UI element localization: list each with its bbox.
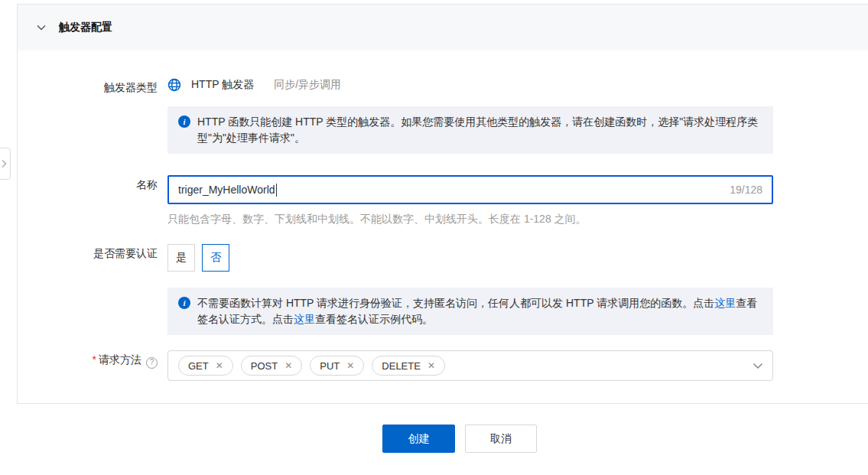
cancel-button[interactable]: 取消 (465, 425, 537, 453)
chevron-down-icon[interactable] (753, 351, 763, 380)
name-row: 名称 triger_MyHelloWorld 19/128 只能包含字母、数字、… (18, 175, 868, 226)
method-tag[interactable]: PUT ✕ (310, 356, 364, 376)
auth-info-part1: 不需要函数计算对 HTTP 请求进行身份验证，支持匿名访问，任何人都可以发 HT… (197, 297, 714, 309)
method-tag-label: DELETE (382, 360, 421, 372)
method-tag-label: GET (188, 360, 209, 372)
trigger-type-row: 触发器类型 HTTP 触发器 同步/异步调用 (18, 78, 868, 95)
method-tag[interactable]: GET ✕ (178, 356, 233, 376)
http-trigger-info-text: HTTP 函数只能创建 HTTP 类型的触发器。如果您需要使用其他类型的触发器，… (197, 114, 761, 146)
info-icon: i (178, 115, 190, 128)
info-icon: i (178, 297, 190, 309)
signature-sample-link[interactable]: 这里 (294, 313, 315, 325)
char-counter: 19/128 (730, 177, 762, 203)
chevron-right-icon (0, 159, 8, 168)
section-title: 触发器配置 (59, 21, 112, 34)
invocation-mode-label: 同步/异步调用 (274, 78, 341, 92)
side-panel-expander[interactable] (0, 148, 11, 180)
remove-tag-icon[interactable]: ✕ (216, 360, 223, 371)
globe-icon (167, 78, 181, 92)
name-label: 名称 (18, 175, 158, 192)
methods-label: 请求方法 (99, 353, 141, 366)
signature-auth-link[interactable]: 这里 (714, 297, 736, 309)
create-button[interactable]: 创建 (382, 425, 455, 453)
auth-info-box: i 不需要函数计算对 HTTP 请求进行身份验证，支持匿名访问，任何人都可以发 … (167, 288, 773, 335)
auth-info-part3: 查看签名认证示例代码。 (315, 313, 433, 325)
text-caret (276, 184, 277, 197)
auth-row: 是否需要认证 是 否 (18, 244, 868, 272)
trigger-type-label: 触发器类型 (18, 78, 158, 95)
trigger-config-header[interactable]: 触发器配置 (18, 5, 868, 50)
method-tag[interactable]: POST ✕ (241, 356, 302, 376)
name-helper-text: 只能包含字母、数字、下划线和中划线。不能以数字、中划线开头。长度在 1-128 … (167, 212, 868, 226)
http-trigger-info-box: i HTTP 函数只能创建 HTTP 类型的触发器。如果您需要使用其他类型的触发… (167, 106, 773, 154)
name-input-value: triger_MyHelloWorld (178, 184, 275, 196)
method-tag-label: PUT (320, 360, 340, 372)
trigger-config-panel: 触发器配置 触发器类型 HTTP 触发器 同步/异步调用 i (17, 4, 868, 404)
remove-tag-icon[interactable]: ✕ (346, 360, 354, 371)
chevron-down-icon (37, 24, 46, 31)
remove-tag-icon[interactable]: ✕ (284, 360, 292, 371)
request-methods-row: *请求方法? GET ✕ POST ✕ PUT ✕ (18, 350, 868, 381)
method-tag-label: POST (251, 360, 278, 372)
method-tag[interactable]: DELETE ✕ (372, 356, 445, 376)
methods-multiselect[interactable]: GET ✕ POST ✕ PUT ✕ DELETE ✕ (167, 350, 773, 381)
auth-option-no[interactable]: 否 (202, 244, 229, 272)
help-icon[interactable]: ? (146, 357, 158, 369)
trigger-type-value: HTTP 触发器 (191, 78, 254, 92)
auth-label: 是否需要认证 (18, 244, 158, 261)
auth-option-yes[interactable]: 是 (167, 244, 195, 272)
name-input[interactable]: triger_MyHelloWorld 19/128 (167, 175, 773, 204)
auth-info-text: 不需要函数计算对 HTTP 请求进行身份验证，支持匿名访问，任何人都可以发 HT… (197, 295, 761, 327)
footer-actions: 创建 取消 (382, 425, 537, 453)
required-asterisk: * (93, 353, 96, 366)
remove-tag-icon[interactable]: ✕ (427, 360, 435, 371)
